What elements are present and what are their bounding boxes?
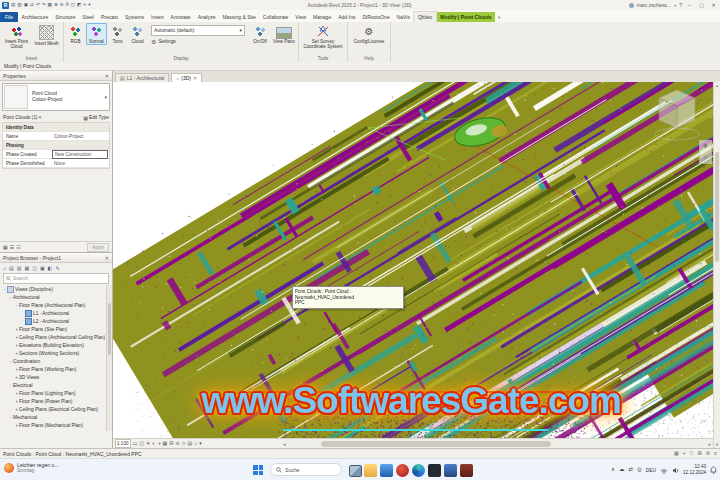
crop-view-icon[interactable]: ▦ <box>163 441 168 446</box>
sync-icon[interactable]: ⇄ <box>30 3 34 8</box>
language-indicator[interactable]: DEU <box>646 468 656 473</box>
tree-item-ceiling-plans-architectural-ce[interactable]: +Ceiling Plans (Architectural Ceiling Pl… <box>0 333 112 341</box>
wifi-icon[interactable] <box>660 467 668 474</box>
on-off-button[interactable]: On/Off <box>249 23 271 45</box>
browser-schedules-icon[interactable]: ▦ <box>25 265 30 271</box>
insert-point-cloud-button[interactable]: Insert Point Cloud <box>2 23 31 51</box>
sun-path-icon[interactable]: ☀ <box>146 441 150 446</box>
onedrive-icon[interactable]: ☁ <box>619 467 625 473</box>
tree-item-floor-plans-site-plan-[interactable]: +Floor Plans (Site Plan) <box>0 325 112 333</box>
ribbon-tab-manage[interactable]: Manage <box>310 12 335 22</box>
view-pano-button[interactable]: View Pano <box>272 23 296 45</box>
sync-icon[interactable]: ⇄ <box>628 467 633 473</box>
select-links-icon[interactable]: ▽ <box>690 450 694 456</box>
tree-item-sections-working-sections-[interactable]: +Sections (Working Sections) <box>0 349 112 357</box>
ribbon-tab-steel[interactable]: Steel <box>79 12 97 22</box>
tono-button[interactable]: Tono <box>108 23 127 45</box>
select-pinned-icon[interactable]: ⊞ <box>697 450 701 456</box>
ribbon-options-icon[interactable]: ▾ <box>495 13 503 22</box>
property-row[interactable]: Phase CreatedNew Construction <box>3 150 109 159</box>
close-button[interactable]: ✕ <box>709 2 718 8</box>
visual-style-icon[interactable]: ◫ <box>139 441 144 446</box>
new-icon[interactable]: ▤ <box>11 3 15 8</box>
tree-item-floor-plans-working-plan-[interactable]: +Floor Plans (Working Plan) <box>0 365 112 373</box>
help-icon[interactable]: ? <box>679 2 682 8</box>
3d-view-icon[interactable]: ◫ <box>71 3 75 8</box>
tree-item-ceiling-plans-electrical-ceili[interactable]: +Ceiling Plans (Electrical Ceiling Plan) <box>0 405 112 413</box>
task-view-icon[interactable] <box>349 465 362 477</box>
revit-taskbar-icon[interactable] <box>396 464 409 477</box>
filter-icon[interactable]: ≡ <box>714 450 717 456</box>
ribbon-tab-structure[interactable]: Structure <box>52 12 79 22</box>
minimize-button[interactable]: – <box>685 2 694 8</box>
contacts-app-icon[interactable] <box>444 464 457 477</box>
user-avatar[interactable] <box>629 3 634 8</box>
detail-level-icon[interactable]: ▭ <box>133 441 138 446</box>
taskbar-search-input[interactable]: Suche <box>270 463 342 476</box>
tree-item-l2-architectural[interactable]: L2 - Architectural <box>0 317 112 325</box>
browser-groups-icon[interactable]: ▣ <box>40 265 45 271</box>
navigation-bar[interactable]: ✥⌕ <box>699 140 712 164</box>
tag-icon[interactable]: ⊖ <box>60 3 64 8</box>
steering-wheel-icon[interactable]: ✥ <box>700 141 711 152</box>
browser-families-icon[interactable]: ◫ <box>32 265 37 271</box>
file-explorer-icon[interactable] <box>364 464 377 477</box>
more-icon[interactable]: ▾ <box>199 441 202 446</box>
section-icon[interactable]: ◩ <box>77 3 81 8</box>
instance-filter[interactable]: Point Clouds (1) ▾ <box>3 115 41 120</box>
tree-item-floor-plans-power-plan-[interactable]: +Floor Plans (Power Plan) <box>0 397 112 405</box>
zoom-icon[interactable]: ⌕ <box>700 152 711 163</box>
save-icon[interactable]: ▣ <box>24 3 28 8</box>
username[interactable]: marc.zschiesc... <box>637 3 671 8</box>
worksets-icon[interactable]: ▦ <box>674 450 679 456</box>
print-icon[interactable]: ▦ <box>48 3 52 8</box>
ribbon-tab-annotate[interactable]: Annotate <box>167 12 194 22</box>
ribbon-tab-navis[interactable]: NaVis <box>393 12 413 22</box>
clock[interactable]: 12:43 12.12.2024 <box>683 464 706 475</box>
browser-views-icon[interactable]: ▤ <box>9 265 14 271</box>
text-icon[interactable]: A <box>66 3 69 8</box>
browser-sheets-icon[interactable]: ▥ <box>17 265 22 271</box>
edit-type-button[interactable]: ▦ Edit Type <box>83 115 109 121</box>
insert-mesh-button[interactable]: Insert Mesh <box>32 23 61 47</box>
measure-icon[interactable]: ⊕ <box>54 3 58 8</box>
undo-icon[interactable]: ↶ <box>36 3 40 8</box>
ribbon-tab-dirootsone[interactable]: DiRootsOne <box>359 12 393 22</box>
terminal-app-icon[interactable] <box>428 464 441 477</box>
tree-item-3d-views[interactable]: +3D Views <box>0 373 112 381</box>
start-button[interactable] <box>253 465 263 475</box>
scale-button[interactable]: 1:100 <box>115 439 131 448</box>
tree-item-mechanical[interactable]: -Mechanical <box>0 413 112 421</box>
ribbon-tab-insert[interactable]: Insert <box>148 12 168 22</box>
view-tab--3d-[interactable]: ⌂{3D}✕ <box>171 73 202 82</box>
display-mode-dropdown[interactable]: Automatic (default)▾ <box>151 25 245 36</box>
property-row[interactable]: Phase DemolishedNone <box>3 159 109 168</box>
ribbon-tab-systems[interactable]: Systems <box>121 12 147 22</box>
property-row[interactable]: NameColour-Project <box>3 132 109 141</box>
close-icon[interactable]: ✕ <box>193 75 197 81</box>
browser-search-input[interactable]: Search <box>3 273 109 284</box>
property-value[interactable]: Colour-Project <box>52 134 109 139</box>
close-icon[interactable]: ✕ <box>105 255 109 261</box>
ribbon-tab-modify-point-clouds[interactable]: Modify | Point Clouds <box>437 12 495 22</box>
tree-item-views-discipline-[interactable]: -Views (Discipline) <box>0 285 112 293</box>
tray-expand-icon[interactable]: ∧ <box>611 467 615 473</box>
property-value[interactable]: New Construction <box>52 150 108 159</box>
view-tab-l1-architectural[interactable]: ▤L1 - Architectural <box>115 73 169 82</box>
browser-links-icon[interactable]: ◧ <box>48 265 53 271</box>
speaker-icon[interactable] <box>672 467 679 474</box>
ribbon-tab-add-ins[interactable]: Add-Ins <box>335 12 359 22</box>
type-selector[interactable]: Point Cloud Colour-Project ▾ <box>2 83 110 111</box>
browser-edit-icon[interactable]: ✎ <box>55 265 59 271</box>
constraints-icon[interactable]: ⌂ <box>194 441 197 446</box>
apply-button[interactable]: Apply <box>87 243 109 252</box>
temporary-hide-icon[interactable]: ⊘ <box>175 441 179 446</box>
worksharing-icon[interactable]: ▤ <box>188 441 193 446</box>
tree-item-floor-plans-lighting-plan-[interactable]: +Floor Plans (Lighting Plan) <box>0 389 112 397</box>
revit-app-icon[interactable]: R <box>2 2 9 9</box>
render-icon[interactable]: ◑ <box>157 441 160 446</box>
tree-item-coordination[interactable]: -Coordination <box>0 357 112 365</box>
set-survey-button[interactable]: Set Survey Coordinate System <box>301 23 345 51</box>
edge-icon[interactable] <box>412 464 425 477</box>
settings-icon[interactable]: ⚙ <box>706 450 710 456</box>
